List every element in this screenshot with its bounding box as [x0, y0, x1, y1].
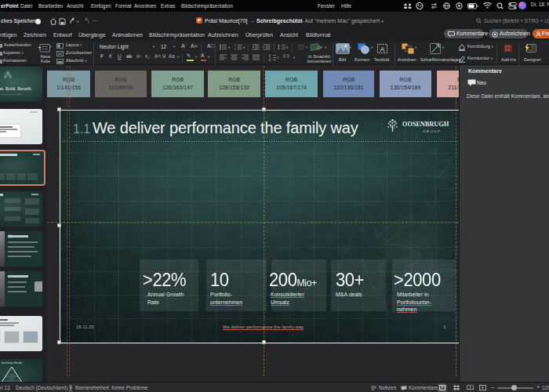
- svg-text:1: 1: [235, 44, 236, 47]
- svg-text:2: 2: [235, 48, 236, 50]
- svg-text:A: A: [380, 45, 385, 53]
